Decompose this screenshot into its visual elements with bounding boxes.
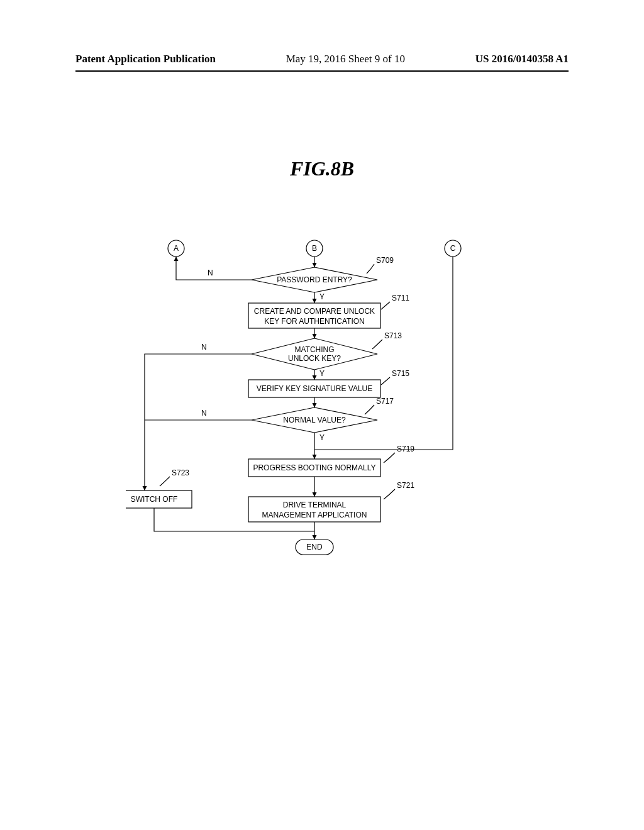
label-s721: S721 [397, 481, 414, 490]
page-header: Patent Application Publication May 19, 2… [0, 53, 644, 70]
decision-s709-text: PASSWORD ENTRY? [277, 275, 352, 284]
label-s719: S719 [397, 445, 414, 453]
process-s715-text: VERIFY KEY SIGNATURE VALUE [257, 384, 373, 393]
process-s721-text2: MANAGEMENT APPLICATION [262, 511, 367, 519]
label-s709: S709 [376, 256, 394, 265]
decision-s713-text1: MATCHING [294, 345, 334, 354]
decision-s713-text2: UNLOCK KEY? [288, 354, 341, 363]
header-center: May 19, 2016 Sheet 9 of 10 [286, 53, 405, 65]
branch-s709-n: N [208, 268, 213, 277]
process-s721-text1: DRIVE TERMINAL [283, 501, 347, 509]
decision-s717-text: NORMAL VALUE? [283, 416, 346, 424]
connector-c-label: C [450, 244, 456, 253]
label-s723: S723 [172, 468, 189, 477]
branch-s709-y: Y [319, 292, 325, 301]
header-left: Patent Application Publication [75, 53, 216, 65]
process-s723-text: SWITCH OFF [131, 495, 178, 504]
header-rule [75, 70, 569, 72]
label-s711: S711 [392, 294, 409, 302]
branch-s717-y: Y [319, 433, 325, 442]
process-s719-text: PROGRESS BOOTING NORMALLY [253, 463, 375, 472]
header-right: US 2016/0140358 A1 [475, 53, 569, 65]
connector-b-label: B [312, 244, 317, 253]
label-s717: S717 [376, 397, 394, 406]
flowchart-diagram: A B C PASSWORD ENTRY? S709 N Y CREATE AN… [126, 239, 516, 566]
branch-s713-n: N [201, 343, 207, 351]
process-s711-text1: CREATE AND COMPARE UNLOCK [254, 307, 375, 316]
figure-title: FIG.8B [0, 157, 644, 180]
connector-a-label: A [174, 244, 179, 253]
branch-s713-y: Y [319, 369, 325, 378]
process-s711-text2: KEY FOR AUTHENTICATION [264, 317, 365, 326]
terminator-end-text: END [306, 543, 323, 551]
branch-s717-n: N [201, 409, 207, 418]
label-s713: S713 [384, 331, 402, 340]
label-s715: S715 [392, 369, 409, 378]
